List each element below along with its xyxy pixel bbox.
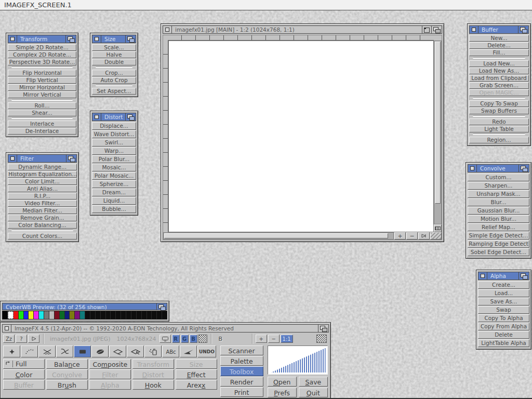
menu-button-lighttable-alpha[interactable]: LightTable Alpha [478, 339, 529, 347]
menu-button-flip-horizontal[interactable]: Flip Horizontal [8, 70, 76, 76]
menu-button-sobel-edge-detect[interactable]: Sobel Edge Detect... [468, 248, 529, 256]
palette-swatch-22[interactable] [116, 311, 121, 319]
composite-button[interactable]: Composite [89, 359, 131, 369]
brush-button[interactable]: Brush [46, 380, 88, 390]
zoom-in-button[interactable]: + [256, 335, 267, 343]
menu-button-redo[interactable]: Redo [469, 118, 529, 125]
menu-button-mosaic[interactable]: Mosaic... [92, 164, 136, 171]
menu-button-motion-blur[interactable]: Motion Blur... [468, 215, 529, 223]
brush-tool[interactable] [109, 345, 126, 357]
menu-button-copy-to-swap[interactable]: Copy To Swap [469, 100, 529, 107]
image-canvas[interactable] [168, 41, 433, 232]
menu-button-save-as[interactable]: Save As... [478, 298, 529, 305]
menu-button-polar-blur[interactable]: Polar Blur... [92, 155, 136, 163]
menu-button-warp[interactable]: Warp... [92, 147, 136, 155]
run-button[interactable] [28, 335, 39, 343]
menu-button-new[interactable]: New... [469, 35, 529, 42]
convolve-titlebar[interactable]: Convolve [468, 164, 529, 172]
menu-button-light-table[interactable]: Light Table [469, 126, 529, 132]
menu-button-displace[interactable]: Displace... [92, 122, 136, 130]
palette-swatch-8[interactable] [44, 311, 49, 319]
menu-button-de-interlace[interactable]: De-Interlace [8, 128, 76, 135]
palette-swatch-12[interactable] [65, 311, 70, 319]
menu-button-simple-2d-rotate[interactable]: Simple 2D Rotate... [8, 44, 76, 51]
menu-button-create[interactable]: Create... [478, 281, 529, 289]
menu-button-dynamic-range[interactable]: Dynamic Range... [8, 164, 77, 170]
menu-button-fill[interactable]: Fill... [469, 49, 529, 56]
monitor-icon[interactable] [159, 335, 171, 343]
menu-button-swirl[interactable]: Swirl... [92, 139, 136, 147]
freehand-draw-tool[interactable] [21, 345, 38, 357]
menu-button-color-balancing[interactable]: Color Balancing... [8, 222, 77, 229]
help-button[interactable]: ? [16, 335, 27, 343]
palette-swatch-0[interactable] [3, 311, 8, 319]
menu-button-grab-screen[interactable]: Grab Screen... [469, 82, 529, 89]
palette-swatch-1[interactable] [8, 311, 14, 319]
palette-swatch-6[interactable] [34, 311, 39, 319]
palette-swatch-5[interactable] [29, 311, 34, 319]
palette-swatch-13[interactable] [70, 311, 75, 319]
filter-titlebar[interactable]: Filter [8, 154, 77, 163]
depth-gadget-icon[interactable] [318, 325, 328, 332]
close-icon[interactable] [8, 35, 17, 43]
palette-swatch-25[interactable] [131, 311, 137, 319]
close-icon[interactable] [478, 272, 487, 280]
menu-button-bubble[interactable]: Bubble... [92, 205, 136, 213]
menu-button-count-colors[interactable]: Count Colors... [8, 233, 77, 240]
undo-button[interactable]: UNDO [197, 345, 216, 357]
zoom-gadget-icon[interactable] [422, 26, 431, 33]
menu-button-perspective-3d-rotate[interactable]: Perspective 3D Rotate... [8, 59, 76, 65]
menu-button-color-limit[interactable]: Color Limit... [8, 178, 77, 185]
transform-titlebar[interactable]: Transform [8, 35, 76, 43]
zoom-in-button[interactable]: + [394, 232, 406, 240]
menu-button-r-i-p[interactable]: R.I.P... [8, 193, 77, 200]
text-tool[interactable]: ABc [162, 345, 179, 357]
menu-button-delete[interactable]: Delete [478, 331, 529, 339]
menu-button-median-filter[interactable]: Median Filter... [8, 207, 77, 214]
blue-channel-button[interactable]: B [190, 335, 197, 343]
menu-button-crop[interactable]: Crop... [92, 70, 136, 76]
close-icon[interactable] [92, 35, 101, 43]
menu-button-dream[interactable]: Dream... [92, 189, 136, 196]
close-icon[interactable] [3, 325, 11, 332]
depth-gadget-icon[interactable] [156, 303, 167, 310]
oval-tool[interactable] [91, 345, 109, 357]
menu-button-video-filter[interactable]: Video Filter... [8, 200, 77, 207]
depth-gadget-icon[interactable] [518, 26, 528, 33]
palette-titlebar[interactable]: CyberWB Preview: (32 of 256 shown) [2, 303, 167, 310]
save-button[interactable]: Save [299, 377, 328, 387]
screen-titlebar[interactable]: IMAGEFX_SCREEN.1 [0, 0, 532, 10]
menu-button-relief-map[interactable]: Relief Map... [468, 223, 529, 231]
menu-button-mirror-horizontal[interactable]: Mirror Horizontal [8, 84, 76, 91]
menu-button-custom[interactable]: Custom... [468, 174, 529, 181]
pen-tool[interactable] [127, 345, 144, 357]
menu-button-copy-to-alpha[interactable]: Copy To Alpha [478, 314, 529, 322]
palette-swatch-18[interactable] [96, 311, 101, 319]
toolbox-button[interactable]: Toolbox [220, 366, 263, 376]
menu-button-shear[interactable]: Shear... [8, 110, 76, 116]
menu-button-remove-grain[interactable]: Remove Grain... [8, 215, 77, 221]
depth-gadget-icon[interactable] [66, 155, 76, 162]
menu-button-set-aspect[interactable]: Set Aspect... [92, 88, 136, 95]
menu-button-load-from-clipboard[interactable]: Load from Clipboard [469, 75, 529, 82]
horizontal-scrollbar[interactable] [163, 232, 394, 240]
menu-button-complex-2d-rotate[interactable]: Complex 2D Rotate... [8, 51, 76, 58]
depth-gadget-icon[interactable] [125, 113, 136, 121]
spray-tool[interactable] [144, 345, 162, 357]
palette-swatch-15[interactable] [80, 311, 85, 319]
palette-swatch-14[interactable] [75, 311, 80, 319]
menu-button-anti-alias[interactable]: Anti Alias... [8, 185, 77, 192]
prefs-button[interactable]: Prefs [268, 388, 297, 397]
airbrush-tool[interactable] [180, 345, 197, 357]
toolbar-titlebar[interactable]: ImageFX 4.5 (12-Apr-20) -- © 1992-2020 A… [2, 324, 329, 332]
panel-gadget-icon[interactable] [434, 224, 442, 232]
palette-swatch-9[interactable] [49, 311, 55, 319]
alpha-titlebar[interactable]: Alpha [478, 272, 529, 280]
palette-swatch-23[interactable] [121, 311, 126, 319]
buffer-titlebar[interactable]: Buffer [469, 25, 529, 34]
depth-gadget-icon[interactable] [518, 165, 529, 172]
menu-button-wave-distort[interactable]: Wave Distort... [92, 130, 136, 138]
view-mode-cycle-button[interactable]: Full [3, 359, 45, 369]
menu-button-swap[interactable]: Swap [478, 306, 529, 314]
palette-swatch-19[interactable] [101, 311, 106, 319]
